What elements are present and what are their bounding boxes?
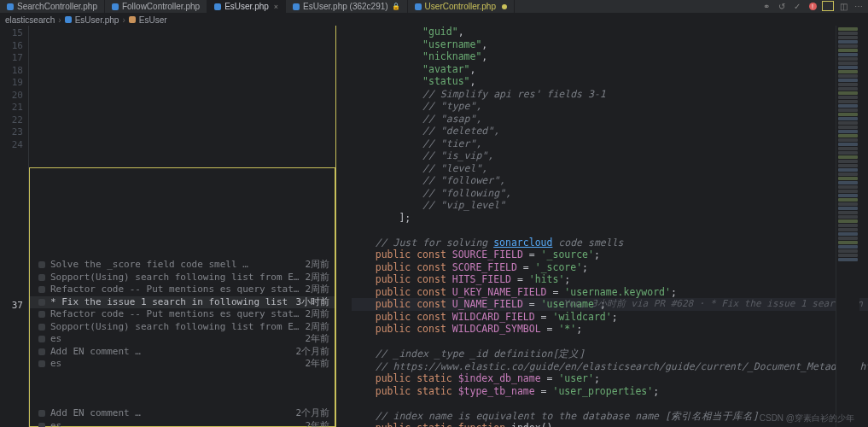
minimap-line [838, 121, 858, 125]
code-line: "username", [352, 38, 868, 51]
check-icon[interactable]: ✓ [791, 1, 803, 11]
git-blame-row[interactable] [30, 395, 335, 408]
git-blame-row[interactable]: Sopport(Using) search following list fro… [30, 321, 335, 334]
commit-message: es [50, 420, 300, 428]
git-history-panel: Solve the _score field code smell …2周前So… [29, 167, 335, 427]
breadcrumb-root[interactable]: elasticsearch [5, 15, 55, 25]
php-icon [65, 16, 72, 23]
git-blame-row[interactable]: Refactor code -- Put mentions es query s… [30, 308, 335, 321]
breadcrumb-sep: › [58, 15, 61, 25]
git-blame-row[interactable]: es2年前 [30, 333, 335, 346]
code-line: // "vip_level" [352, 199, 868, 212]
minimap[interactable] [836, 26, 859, 427]
git-blame-row[interactable] [30, 383, 335, 395]
commit-icon [38, 261, 45, 268]
minimap-line [838, 173, 858, 176]
minimap-line [838, 130, 858, 133]
minimap-line [838, 126, 858, 129]
close-icon[interactable]: × [274, 3, 278, 11]
git-blame-row[interactable]: Solve the _score field code smell …2周前 [30, 259, 335, 272]
commit-time: 2年前 [305, 420, 329, 428]
breadcrumb-file[interactable]: EsUser.php [75, 15, 119, 25]
minimap-line [838, 27, 858, 31]
commit-icon [38, 348, 45, 355]
code-editor[interactable]: "guid", "username", "nickname", "avatar"… [336, 26, 868, 427]
code-line: public const U_KEY_NAME_FIELD = 'usernam… [352, 286, 868, 299]
commit-time: 2周前 [305, 321, 329, 334]
commit-time: 2周前 [305, 259, 329, 272]
minimap-line [838, 108, 858, 112]
git-blame-row[interactable]: Refactor code -- Put mentions es query s… [30, 284, 335, 296]
commit-message: Sopport(Using) search following list fro… [50, 321, 300, 334]
minimap-line [838, 198, 858, 202]
minimap-line [838, 70, 858, 73]
minimap-line [838, 32, 858, 35]
minimap-line [838, 74, 858, 78]
code-line: // https://www.elastic.co/guide/en/elast… [352, 360, 868, 373]
minimap-line [838, 57, 858, 61]
minimap-line [838, 215, 858, 219]
line-number: 20 [0, 90, 28, 102]
git-blame-row[interactable]: es2年前 [30, 358, 335, 371]
minimap-line [838, 219, 858, 223]
minimap-line [838, 190, 858, 193]
php-icon [214, 3, 221, 10]
editor-tab[interactable]: SearchController.php [0, 0, 105, 13]
git-blame-row[interactable]: Add EN comment …2个月前 [30, 346, 335, 359]
editor-tab[interactable]: UserController.php [408, 0, 515, 13]
minimap-line [838, 237, 858, 240]
minimap-line [838, 155, 858, 159]
commit-icon [38, 299, 45, 306]
commit-icon [38, 274, 45, 281]
code-line: // Simplify api res' fields 3-1 [352, 88, 868, 101]
sync-icon[interactable]: ↺ [776, 1, 788, 11]
code-line: public const SOURCE_FIELD = '_source'; [352, 249, 868, 261]
commit-message: Refactor code -- Put mentions es query s… [50, 308, 300, 321]
commit-icon [38, 360, 45, 367]
minimap-line [838, 202, 858, 206]
minimap-line [838, 134, 858, 137]
minimap-line [838, 83, 858, 86]
code-line: ]; [352, 212, 868, 225]
minimap-line [838, 164, 858, 167]
more-icon[interactable]: ⋯ [853, 1, 865, 11]
editor-tab[interactable]: EsUser.php (362c291)🔒 [286, 0, 408, 13]
commit-message: es [50, 358, 300, 371]
php-icon [415, 3, 422, 10]
split-icon[interactable]: ◫ [837, 1, 849, 11]
git-blame-row[interactable]: Add EN comment …2个月前 [30, 407, 335, 420]
minimap-line [838, 160, 858, 163]
code-line: // "follower", [352, 174, 868, 187]
users-icon[interactable]: ⚭ [760, 1, 772, 11]
error-indicator[interactable]: ! [807, 1, 818, 11]
code-line: // "tier", [352, 137, 868, 150]
code-line: "nickname", [352, 50, 868, 63]
commit-time: 2周前 [305, 284, 329, 296]
minimap-line [838, 53, 858, 56]
tab-label: EsUser.php [224, 2, 269, 11]
code-line: // "is_vip", [352, 149, 868, 162]
git-blame-row[interactable]: es2年前 [30, 420, 335, 428]
git-annotation-column: Solve the _score field code smell …2周前So… [29, 26, 336, 427]
code-line: // "deleted", [352, 125, 868, 137]
editor-tabs: SearchController.phpFollowController.php… [0, 0, 868, 14]
git-blame-row[interactable]: Sopport(Using) search following list fro… [30, 272, 335, 284]
minimap-line [838, 224, 858, 227]
class-icon [129, 16, 136, 23]
minimap-line [838, 113, 858, 116]
commit-time: 3小时前 [295, 296, 329, 309]
minimap-line [838, 79, 858, 82]
git-blame-row[interactable] [30, 371, 335, 383]
tab-label: EsUser.php (362c291) [303, 2, 388, 11]
commit-message: Add EN comment … [50, 346, 290, 359]
commit-time: 2个月前 [295, 346, 329, 359]
minimap-line [838, 177, 858, 180]
highlight-toggle[interactable] [822, 1, 834, 11]
editor-tab[interactable]: EsUser.php× [207, 0, 286, 13]
minimap-line [838, 181, 858, 184]
code-line: // "following", [352, 187, 868, 200]
breadcrumb-class[interactable]: EsUser [139, 15, 167, 25]
editor-area: 1516171819202122232437 Solve the _score … [0, 26, 868, 427]
git-blame-row[interactable]: * Fix the issue 1 search in following li… [30, 296, 335, 309]
editor-tab[interactable]: FollowController.php [105, 0, 207, 13]
